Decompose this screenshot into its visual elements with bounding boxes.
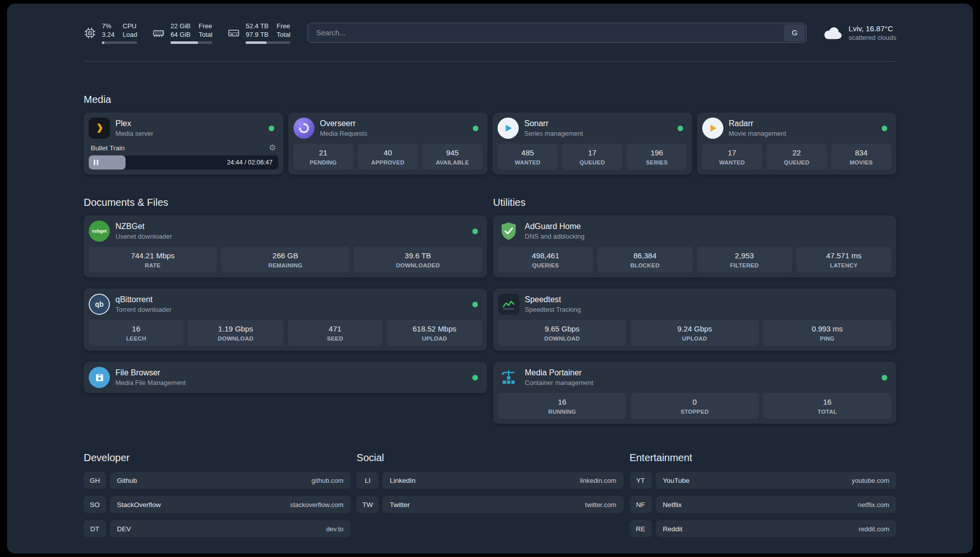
service-stats: 16RUNNING 0STOPPED 16TOTAL (498, 393, 891, 419)
bookmark-domain: netflix.com (858, 501, 889, 509)
stat-tile: 9.24 GbpsUPLOAD (631, 320, 759, 346)
now-playing-title: Bullet Train (91, 144, 125, 152)
bookmark-name: Twitter (390, 501, 410, 509)
bookmark-domain: reddit.com (859, 525, 889, 533)
topbar-divider (84, 61, 896, 62)
service-stats: 16LEECH 1.19 GbpsDOWNLOAD 471SEED 618.52… (89, 320, 482, 346)
search-input[interactable] (308, 23, 807, 43)
service-stats: 498,461QUERIES 86,384BLOCKED 2,953FILTER… (498, 247, 891, 272)
stat-tile: 471SEED (288, 320, 383, 346)
disk-progress-fill (246, 41, 267, 44)
bookmark-github[interactable]: GH Githubgithub.com (84, 472, 350, 489)
stat-tile: 16LEECH (89, 320, 183, 346)
service-subtitle: Media Requests (320, 129, 368, 138)
stat-tile: 9.65 GbpsDOWNLOAD (498, 320, 626, 346)
overseerr-icon (293, 118, 315, 139)
service-card-overseerr[interactable]: Overseerr Media Requests 21PENDING 40APP… (288, 113, 488, 175)
bookmarks-area: Developer GH Githubgithub.com SO StackOv… (84, 452, 896, 553)
cpu-widget: 7% 3.24 CPU Load (84, 22, 137, 44)
bookmark-dev[interactable]: DT DEVdev.to (84, 520, 350, 537)
service-stats: 485WANTED 17QUEUED 196SERIES (498, 144, 687, 170)
bookmark-abbr: YT (630, 472, 652, 489)
stat-tile: 2,953FILTERED (697, 247, 792, 272)
adguard-icon (498, 220, 519, 242)
service-name: NZBGet (115, 221, 172, 232)
disk-icon (227, 27, 240, 39)
service-name: Radarr (729, 119, 786, 129)
stat-tile: 1.19 GbpsDOWNLOAD (188, 320, 283, 346)
stat-tile: 0STOPPED (631, 393, 759, 419)
service-card-sonarr[interactable]: Sonarr Series management 485WANTED 17QUE… (493, 113, 692, 175)
memory-free-label: Free (199, 22, 212, 30)
service-card-plex[interactable]: Plex Media server Bullet Train ⚙ 24:44 /… (84, 113, 283, 175)
bookmark-domain: youtube.com (852, 477, 889, 484)
stat-tile: 485WANTED (498, 144, 558, 170)
weather-location: Lviv, 16.87°C (848, 24, 896, 33)
bookmark-stackoverflow[interactable]: SO StackOverflowstackoverflow.com (84, 496, 350, 513)
bookmark-name: Netflix (663, 501, 682, 509)
service-card-nzbget[interactable]: nzbget NZBGet Usenet downloader 744.21 M… (84, 215, 487, 277)
service-subtitle: Media File Management (115, 378, 186, 387)
qbittorrent-icon: qb (89, 294, 110, 315)
stat-tile: 47.571 msLATENCY (797, 247, 891, 272)
cloud-icon (822, 25, 843, 40)
service-name: Speedtest (525, 295, 581, 305)
service-subtitle: Media server (115, 129, 153, 138)
screen: 7% 3.24 CPU Load (0, 0, 980, 557)
resource-widgets: 7% 3.24 CPU Load (84, 22, 290, 44)
stat-tile: 618.52 MbpsUPLOAD (387, 320, 482, 346)
bookmark-domain: dev.to (326, 525, 343, 533)
bookmark-youtube[interactable]: YT YouTubeyoutube.com (630, 472, 896, 489)
section-title-developer: Developer (84, 452, 350, 464)
radarr-icon (702, 118, 723, 139)
section-title-social: Social (356, 452, 623, 464)
gear-icon[interactable]: ⚙ (269, 144, 276, 152)
service-name: Media Portainer (525, 368, 593, 378)
stat-tile: 16TOTAL (763, 393, 891, 419)
cpu-progress-bar (102, 41, 137, 44)
disk-free-label: Free (277, 22, 290, 30)
media-card-grid: Plex Media server Bullet Train ⚙ 24:44 /… (84, 113, 896, 175)
weather-condition: scattered clouds (848, 33, 896, 42)
memory-widget: 22 GiB 64 GiB Free Total (152, 22, 212, 44)
service-card-speedtest[interactable]: Speedtest Speedtest Tracking 9.65 GbpsDO… (493, 289, 896, 351)
service-subtitle: Series management (524, 129, 583, 138)
sonarr-icon (498, 118, 519, 139)
memory-total-value: 64 GiB (170, 30, 191, 39)
service-name: Sonarr (524, 119, 583, 129)
bookmark-reddit[interactable]: RE Redditreddit.com (630, 520, 896, 537)
service-card-portainer[interactable]: Media Portainer Container management 16R… (493, 362, 896, 424)
pause-icon[interactable] (94, 160, 98, 165)
bookmark-domain: linkedin.com (580, 477, 616, 484)
service-card-adguard[interactable]: AdGuard Home DNS and adblocking 498,461Q… (493, 215, 896, 277)
memory-icon (152, 27, 165, 39)
filebrowser-icon (89, 367, 110, 388)
memory-progress-bar (170, 41, 212, 44)
bookmark-group-social: Social LI LinkedInlinkedin.com TW Twitte… (356, 452, 623, 513)
stat-tile: 945AVAILABLE (422, 144, 482, 170)
bookmark-twitter[interactable]: TW Twittertwitter.com (356, 496, 623, 513)
bookmark-abbr: TW (356, 496, 379, 513)
bookmark-name: StackOverflow (117, 501, 161, 509)
nzbget-icon: nzbget (89, 220, 110, 242)
status-dot (472, 375, 478, 380)
status-dot (678, 126, 683, 131)
weather-widget: Lviv, 16.87°C scattered clouds (822, 24, 896, 42)
stat-tile: 39.6 TBDOWNLOADED (354, 247, 482, 272)
search-engine-button[interactable]: G (784, 24, 805, 41)
disk-total-value: 97.9 TB (246, 30, 268, 39)
service-card-radarr[interactable]: Radarr Movie management 17WANTED 22QUEUE… (697, 113, 897, 175)
bookmark-abbr: NF (630, 496, 652, 513)
bookmark-name: Reddit (663, 525, 683, 533)
status-dot (882, 375, 887, 380)
playback-time: 24:44 / 02:06:47 (227, 159, 272, 166)
bookmark-abbr: GH (84, 472, 106, 489)
bookmark-domain: stackoverflow.com (290, 501, 343, 509)
bookmark-netflix[interactable]: NF Netflixnetflix.com (630, 496, 896, 513)
cpu-usage-value: 7% (102, 22, 114, 30)
dashboard: 7% 3.24 CPU Load (7, 4, 973, 553)
disk-progress-bar (246, 41, 290, 44)
bookmark-linkedin[interactable]: LI LinkedInlinkedin.com (356, 472, 623, 489)
service-card-filebrowser[interactable]: File Browser Media File Management (84, 362, 487, 393)
service-card-qbittorrent[interactable]: qb qBittorrent Torrent downloader 16LEEC… (84, 289, 487, 351)
